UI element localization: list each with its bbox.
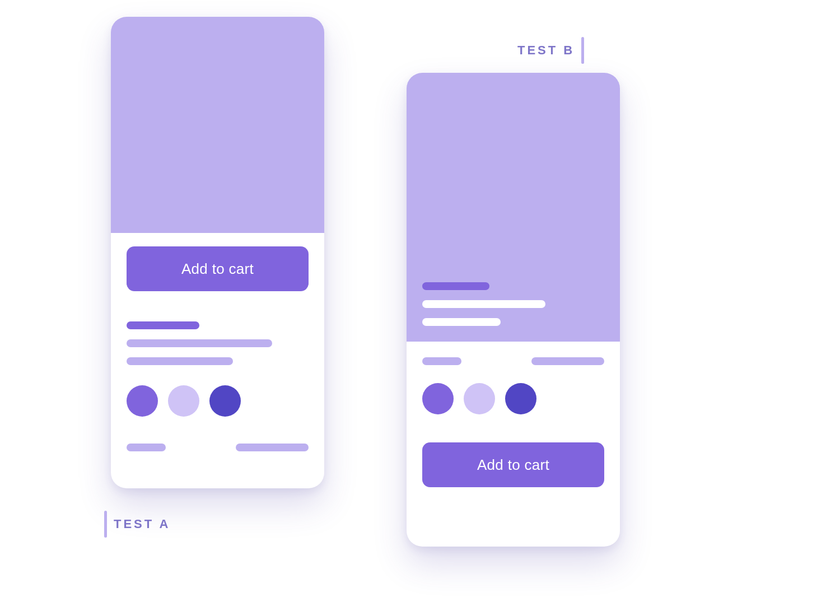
add-to-cart-button[interactable]: Add to cart: [422, 442, 604, 487]
placeholder-line: [531, 357, 604, 365]
meta-row: [422, 357, 604, 365]
placeholder-line: [422, 300, 545, 308]
placeholder-line: [127, 339, 272, 347]
color-swatches: [127, 385, 309, 417]
placeholder-line: [127, 357, 233, 365]
label-text: TEST B: [517, 43, 575, 58]
label-test-a: TEST A: [104, 511, 170, 538]
placeholder-line: [127, 444, 166, 451]
card-test-a: Add to cart: [111, 17, 324, 488]
placeholder-line: [422, 357, 461, 365]
color-swatch[interactable]: [464, 383, 495, 414]
placeholder-line: [422, 318, 501, 326]
meta-row: [127, 444, 309, 451]
color-swatch[interactable]: [505, 383, 536, 414]
color-swatch[interactable]: [127, 385, 158, 417]
color-swatch[interactable]: [422, 383, 454, 414]
add-to-cart-button[interactable]: Add to cart: [127, 246, 309, 291]
hero-placeholder: [407, 73, 620, 342]
label-test-b: TEST B: [517, 37, 584, 64]
placeholder-line: [236, 444, 309, 451]
color-swatches: [422, 383, 604, 414]
label-text: TEST A: [114, 517, 170, 531]
color-swatch[interactable]: [209, 385, 241, 417]
text-placeholder-block: [422, 282, 545, 326]
card-test-b: Add to cart: [407, 73, 620, 547]
placeholder-heading: [422, 282, 489, 290]
label-rule: [581, 37, 584, 64]
label-rule: [104, 511, 107, 538]
text-placeholder-block: [127, 321, 309, 365]
placeholder-heading: [127, 321, 199, 329]
color-swatch[interactable]: [168, 385, 199, 417]
hero-placeholder: [111, 17, 324, 233]
ab-test-diagram: Add to cart TEST A TEST B: [0, 0, 840, 616]
